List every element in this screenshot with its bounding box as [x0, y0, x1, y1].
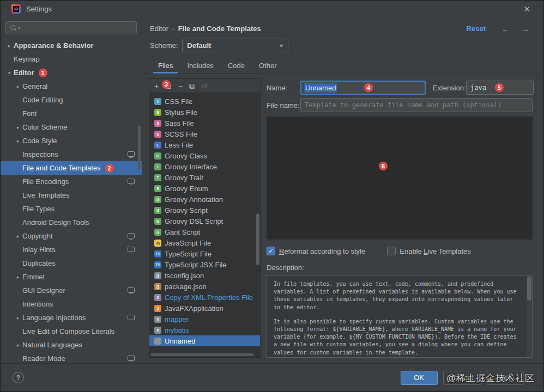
ok-button[interactable]: OK: [401, 371, 438, 385]
sidebar-item-file-and-code-templates[interactable]: File and Code Templates2: [1, 161, 142, 175]
chevron-right-icon[interactable]: ▸: [14, 315, 22, 321]
template-list: #CSS FileSStylus FileSSass FileSSCSS Fil…: [149, 93, 260, 357]
template-item-less-file[interactable]: LLess File: [149, 139, 260, 150]
template-item-typescript-file[interactable]: TSTypeScript File: [149, 248, 260, 259]
tab-code[interactable]: Code: [221, 58, 252, 74]
template-item-unnamed[interactable]: Unnamed: [149, 335, 260, 346]
template-list-vertical-scrollbar[interactable]: [256, 213, 259, 265]
template-item-groovy-enum[interactable]: EGroovy Enum: [149, 183, 260, 194]
sidebar-item-file-types[interactable]: File Types: [1, 202, 142, 216]
template-item-stylus-file[interactable]: SStylus File: [149, 107, 260, 118]
file-type-icon: @: [154, 196, 161, 203]
checkbox-enable-live-templates[interactable]: Enable Live Templates: [387, 247, 471, 255]
file-type-icon: G: [154, 152, 161, 160]
sidebar-item-code-style[interactable]: ▸Code Style: [1, 134, 142, 148]
file-type-icon: G: [154, 218, 161, 225]
tab-other[interactable]: Other: [252, 58, 284, 74]
sidebar-item-reader-mode[interactable]: Reader Mode: [1, 352, 142, 363]
extension-input[interactable]: java 5: [466, 81, 534, 95]
description-scrollbar[interactable]: [527, 277, 531, 301]
reset-link[interactable]: Reset: [467, 24, 486, 33]
sidebar-item-live-edit-of-compose-literals[interactable]: Live Edit of Compose Literals: [1, 324, 142, 338]
template-item-label: Less File: [165, 141, 193, 149]
template-item-tsconfig-json[interactable]: {}tsconfig.json: [149, 270, 260, 281]
create-template-button[interactable]: +: [154, 82, 159, 90]
template-item-groovy-annotation[interactable]: @Groovy Annotation: [149, 194, 260, 205]
chevron-right-icon[interactable]: ▸: [14, 84, 22, 89]
chevron-right-icon[interactable]: ▸: [14, 125, 22, 130]
apply-button[interactable]: Apply: [487, 371, 524, 385]
tab-includes[interactable]: Includes: [180, 58, 220, 74]
template-item-groovy-dsl-script[interactable]: GGroovy DSL Script: [149, 216, 260, 226]
chevron-down-icon[interactable]: ▾: [5, 70, 14, 76]
reset-to-default-button[interactable]: ↺: [201, 82, 208, 90]
sidebar-item-duplicates[interactable]: Duplicates: [1, 256, 142, 270]
template-item-groovy-script[interactable]: GGroovy Script: [149, 205, 260, 216]
remove-template-button[interactable]: −: [178, 82, 183, 90]
template-item-sass-file[interactable]: SSass File: [149, 118, 260, 128]
sidebar-scrollbar[interactable]: [138, 126, 141, 169]
sidebar-item-color-scheme[interactable]: ▸Color Scheme: [1, 120, 142, 134]
template-item-gant-script[interactable]: GGant Script: [149, 226, 260, 237]
close-icon[interactable]: ✕: [523, 5, 530, 13]
sidebar-item-inspections[interactable]: Inspections: [1, 148, 142, 161]
checkbox-reformat-according-to-style[interactable]: ✓Reformat according to style: [267, 247, 365, 255]
sidebar-item-emmet[interactable]: ▸Emmet: [1, 270, 142, 284]
template-list-horizontal-scrollbar[interactable]: [150, 353, 253, 356]
search-input[interactable]: ▾: [5, 21, 137, 34]
sidebar-item-intentions[interactable]: Intentions: [1, 297, 142, 311]
chevron-right-icon[interactable]: ▸: [14, 234, 22, 239]
sidebar-item-file-encodings[interactable]: File Encodings: [1, 175, 142, 188]
template-item-copy-of-xml-properties-file[interactable]: XCopy of XML Properties File: [149, 292, 260, 303]
sidebar-item-android-design-tools[interactable]: Android Design Tools: [1, 216, 142, 229]
sidebar-item-natural-languages[interactable]: ▸Natural Languages: [1, 338, 142, 352]
settings-tree: ▸Appearance & BehaviorKeymap▾Editor1▸Gen…: [1, 37, 142, 363]
back-arrow-icon[interactable]: ←: [501, 24, 510, 33]
chevron-right-icon[interactable]: ▸: [14, 138, 22, 144]
search-history-chevron-icon[interactable]: ▾: [18, 26, 20, 30]
sidebar-item-gui-designer[interactable]: GUI Designer: [1, 284, 142, 297]
chevron-right-icon[interactable]: ▸: [14, 342, 22, 348]
cancel-button[interactable]: Cancel: [443, 371, 481, 385]
template-body-editor[interactable]: 6: [267, 117, 533, 240]
template-item-javafxapplication[interactable]: JJavaFXApplication: [149, 303, 260, 314]
checkbox-label: Reformat according to style: [279, 247, 365, 255]
template-item-scss-file[interactable]: SSCSS File: [149, 128, 260, 139]
template-item-javascript-file[interactable]: JSJavaScript File: [149, 237, 260, 248]
template-item-label: SCSS File: [165, 130, 197, 138]
tab-files[interactable]: Files: [151, 58, 180, 74]
sidebar-item-inlay-hints[interactable]: Inlay Hints: [1, 243, 142, 256]
template-item-groovy-interface[interactable]: IGroovy Interface: [149, 161, 260, 172]
chevron-right-icon[interactable]: ▸: [5, 43, 14, 48]
sidebar-item-general[interactable]: ▸General: [1, 79, 142, 93]
template-item-typescript-jsx-file[interactable]: TSTypeScript JSX File: [149, 259, 260, 270]
sidebar-item-copyright[interactable]: ▸Copyright: [1, 229, 142, 243]
file-type-icon: I: [154, 163, 161, 170]
file-type-icon: X: [154, 316, 161, 323]
copy-template-button[interactable]: ⧉: [189, 82, 195, 90]
help-button[interactable]: ?: [13, 372, 24, 383]
template-item-package-json[interactable]: {}package.json: [149, 281, 260, 292]
sidebar-item-font[interactable]: Font: [1, 107, 142, 120]
template-item-groovy-trait[interactable]: TGroovy Trait: [149, 172, 260, 183]
sidebar-item-appearance-behavior[interactable]: ▸Appearance & Behavior: [1, 39, 142, 52]
sidebar-item-live-templates[interactable]: Live Templates: [1, 188, 142, 202]
templates-toolbar: 3 +⊞−⧉↺: [149, 79, 260, 93]
file-name-input[interactable]: Template to generate file name and path …: [300, 98, 533, 112]
template-item-css-file[interactable]: #CSS File: [149, 96, 260, 107]
chevron-right-icon[interactable]: ▸: [14, 274, 22, 280]
sidebar-item-language-injections[interactable]: ▸Language Injections: [1, 311, 142, 324]
name-input[interactable]: Unnamed 4: [300, 81, 426, 95]
sidebar-item-keymap[interactable]: Keymap: [1, 52, 142, 66]
template-item-mapper[interactable]: Xmapper: [149, 314, 260, 324]
step-badge-4: 4: [364, 83, 373, 92]
template-item-groovy-class[interactable]: GGroovy Class: [149, 150, 260, 161]
sidebar-item-label: Editor: [14, 69, 34, 77]
file-type-icon: L: [154, 142, 161, 149]
scheme-select[interactable]: Default: [182, 39, 288, 52]
breadcrumb-editor[interactable]: Editor: [150, 24, 168, 33]
sidebar-item-code-editing[interactable]: Code Editing: [1, 93, 142, 107]
template-item-mybatis[interactable]: Xmybatis: [149, 324, 260, 335]
forward-arrow-icon[interactable]: →: [521, 24, 529, 33]
sidebar-item-editor[interactable]: ▾Editor1: [1, 66, 142, 79]
